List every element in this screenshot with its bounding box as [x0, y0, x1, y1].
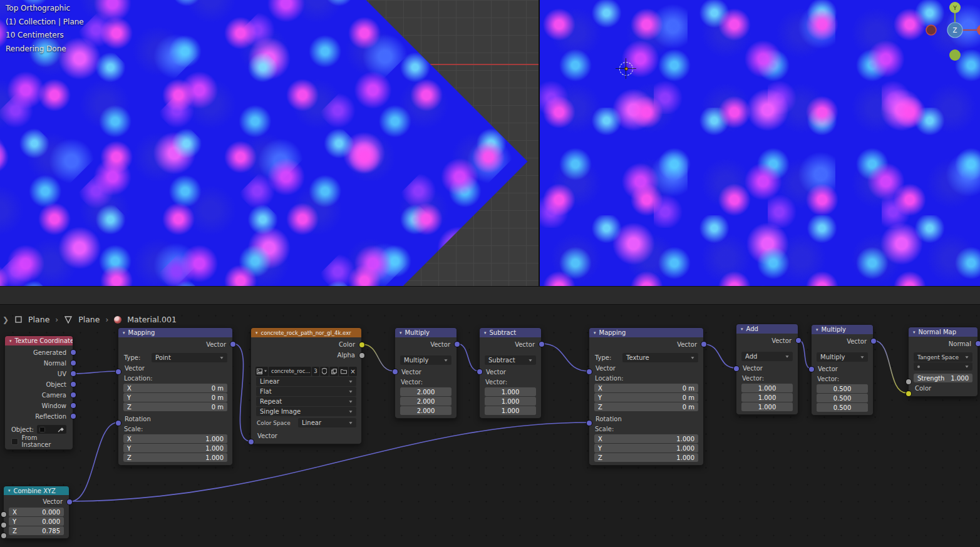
scale-z-field[interactable]: Z1.000 [594, 453, 698, 462]
node-subtract[interactable]: ▾Subtract Vector Subtract Vector Vector:… [479, 327, 542, 419]
navigation-gizmo[interactable]: Y Z X [919, 0, 980, 63]
socket-normal-out[interactable] [976, 341, 980, 346]
image-unlink-button[interactable]: × [349, 367, 357, 376]
collapse-icon[interactable]: ▾ [255, 330, 258, 335]
location-x-field[interactable]: X0 m [594, 384, 698, 392]
image-open-button[interactable] [339, 367, 348, 376]
socket-strength-in[interactable] [906, 379, 911, 384]
vector-y-field[interactable]: 0.500 [817, 394, 868, 402]
collapse-icon[interactable]: ▾ [9, 339, 12, 344]
socket-window[interactable] [71, 403, 76, 408]
socket-vector-in[interactable] [734, 366, 739, 371]
node-combine-xyz[interactable]: ▾Combine XYZ Vector X0.000 Y0.000 Z0.785 [3, 486, 70, 539]
breadcrumb-object[interactable]: Plane [28, 315, 49, 324]
panel-expand-icon[interactable]: ❯ [3, 315, 9, 324]
operation-dropdown[interactable]: Subtract [485, 355, 536, 365]
socket-camera[interactable] [71, 392, 76, 397]
node-header[interactable]: ▾Mapping [589, 328, 703, 337]
node-mapping-2[interactable]: ▾Mapping Vector Type: Texture Vector Loc… [589, 327, 704, 466]
node-header[interactable]: ▾Add [736, 324, 798, 334]
from-instancer-row[interactable]: From Instancer [5, 436, 73, 447]
socket-y-in[interactable] [1, 523, 6, 528]
color-space-dropdown[interactable]: Linear [298, 418, 356, 427]
image-users-count[interactable]: 3 [312, 367, 319, 376]
source-dropdown[interactable]: Single Image [256, 407, 356, 416]
collapse-icon[interactable]: ▾ [741, 327, 743, 332]
vector-z-field[interactable]: 1.000 [741, 402, 793, 411]
socket-vector-in[interactable] [809, 367, 814, 372]
location-x-field[interactable]: X0 m [123, 384, 227, 392]
3d-cursor[interactable] [619, 62, 633, 76]
image-copy-button[interactable] [329, 367, 338, 376]
node-add[interactable]: ▾Add Vector Add Vector Vector: 1.000 1.0… [736, 324, 798, 415]
breadcrumb-mesh[interactable]: Plane [78, 315, 100, 324]
node-header[interactable]: ▾Multiply [395, 328, 456, 337]
location-y-field[interactable]: Y0 m [123, 393, 227, 402]
vector-z-field[interactable]: 1.000 [485, 406, 536, 415]
socket-reflection[interactable] [71, 414, 76, 419]
mapping-type-dropdown[interactable]: Texture [622, 353, 698, 362]
socket-x-in[interactable] [1, 512, 6, 517]
socket-vector-out[interactable] [67, 499, 72, 504]
socket-rotation-in[interactable] [116, 421, 121, 426]
operation-dropdown[interactable]: Multiply [400, 355, 451, 365]
node-texture-coordinate[interactable]: ▾Texture Coordinate Generated Normal UV … [4, 335, 73, 450]
vector-y-field[interactable]: 1.000 [485, 397, 536, 406]
image-name-field[interactable]: concrete_roc... [269, 367, 311, 376]
node-header[interactable]: ▾Combine XYZ [4, 486, 69, 495]
extension-dropdown[interactable]: Repeat [256, 397, 356, 406]
vector-x-field[interactable]: 2.000 [400, 387, 451, 396]
node-header[interactable]: ▾concrete_rock_path_nor_gl_4k.exr [251, 328, 361, 337]
interpolation-dropdown[interactable]: Linear [256, 377, 356, 386]
vector-y-field[interactable]: 1.000 [741, 393, 793, 402]
socket-vector-in[interactable] [477, 369, 482, 374]
strength-field[interactable]: Strength1.000 [914, 374, 972, 382]
vector-z-field[interactable]: 2.000 [400, 406, 451, 415]
uv-map-field[interactable] [914, 362, 972, 371]
location-z-field[interactable]: Z0 m [123, 402, 227, 411]
node-image-texture[interactable]: ▾concrete_rock_path_nor_gl_4k.exr Color … [250, 327, 362, 444]
scale-z-field[interactable]: Z1.000 [123, 453, 227, 462]
node-header[interactable]: ▾Normal Map [909, 327, 977, 337]
socket-vector-out[interactable] [455, 342, 460, 347]
socket-vector-out[interactable] [230, 342, 235, 347]
socket-vector-out[interactable] [796, 338, 801, 343]
vector-x-field[interactable]: 0.500 [817, 384, 868, 393]
vector-x-field[interactable]: 1.000 [741, 384, 793, 392]
location-y-field[interactable]: Y0 m [594, 393, 698, 402]
operation-dropdown[interactable]: Multiply [817, 352, 868, 362]
socket-vector-in[interactable] [393, 369, 398, 374]
image-fake-user-button[interactable] [320, 367, 329, 376]
node-multiply-1[interactable]: ▾Multiply Vector Multiply Vector Vector:… [395, 327, 457, 419]
socket-vector-out[interactable] [871, 339, 876, 344]
socket-vector-out[interactable] [701, 342, 706, 347]
node-multiply-2[interactable]: ▾Multiply Vector Multiply Vector Vector:… [811, 324, 874, 416]
projection-dropdown[interactable]: Flat [256, 387, 356, 396]
socket-alpha-out[interactable] [359, 353, 364, 358]
collapse-icon[interactable]: ▾ [8, 488, 11, 493]
mapping-type-dropdown[interactable]: Point [152, 353, 227, 362]
socket-generated[interactable] [71, 350, 76, 355]
node-normal-map[interactable]: ▾Normal Map Normal Tangent Space Strengt… [908, 327, 978, 397]
object-selector-field[interactable] [37, 425, 66, 434]
collapse-icon[interactable]: ▾ [123, 330, 125, 335]
socket-vector-in[interactable] [587, 369, 592, 374]
socket-vector-in[interactable] [116, 369, 121, 374]
scale-x-field[interactable]: X1.000 [123, 434, 227, 443]
socket-normal[interactable] [71, 360, 76, 366]
socket-object[interactable] [71, 382, 76, 387]
image-browse-button[interactable] [255, 367, 268, 376]
operation-dropdown[interactable]: Add [741, 352, 793, 361]
socket-vector-in[interactable] [249, 439, 254, 444]
collapse-icon[interactable]: ▾ [816, 327, 818, 332]
node-header[interactable]: ▾Texture Coordinate [5, 336, 73, 345]
node-header[interactable]: ▾Mapping [118, 328, 232, 337]
vector-z-field[interactable]: 0.500 [817, 403, 868, 412]
node-mapping-1[interactable]: ▾Mapping Vector Type: Point Vector Locat… [118, 327, 233, 466]
viewport-rendered[interactable]: Y Z X [540, 0, 980, 286]
viewport-3d[interactable]: Top Orthographic (1) Collection | Plane … [0, 0, 539, 286]
vector-x-field[interactable]: 1.000 [485, 387, 536, 396]
socket-vector-out[interactable] [539, 342, 544, 347]
space-dropdown[interactable]: Tangent Space [914, 352, 972, 362]
x-field[interactable]: X0.000 [9, 508, 64, 516]
